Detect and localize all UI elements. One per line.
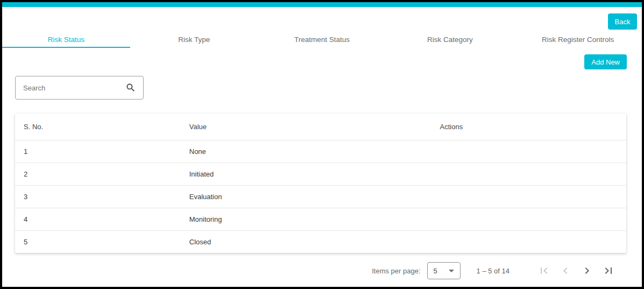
cell-actions [440, 163, 627, 185]
cell-value: None [189, 140, 440, 163]
top-accent-bar [2, 2, 642, 7]
app-window: Back Risk Status Risk Type Treatment Sta… [0, 0, 644, 289]
items-per-page-value: 5 [434, 267, 437, 275]
search-input[interactable] [16, 84, 125, 92]
pagination-range-label: 1 – 5 of 14 [477, 267, 509, 275]
last-page-button[interactable] [598, 262, 619, 279]
cell-actions [440, 185, 627, 208]
tab-bar: Risk Status Risk Type Treatment Status R… [2, 30, 642, 48]
search-icon[interactable] [125, 82, 136, 93]
cell-sno: 5 [15, 230, 189, 253]
tab-risk-register-controls[interactable]: Risk Register Controls [514, 30, 642, 48]
tab-risk-category[interactable]: Risk Category [386, 30, 514, 48]
cell-actions [440, 208, 627, 230]
next-page-button[interactable] [576, 262, 598, 279]
cell-value: Evaluation [189, 185, 440, 208]
data-table: S. No. Value Actions 1 None 2 Initiated [15, 114, 626, 253]
table-row: 2 Initiated [15, 163, 626, 185]
items-per-page-label: Items per page: [372, 267, 420, 275]
table-row: 5 Closed [15, 230, 626, 253]
last-page-icon [602, 264, 615, 277]
tab-treatment-status[interactable]: Treatment Status [258, 30, 386, 48]
column-header-actions: Actions [440, 114, 627, 140]
cell-sno: 1 [15, 140, 189, 163]
column-header-sno: S. No. [15, 114, 189, 140]
table-header-row: S. No. Value Actions [15, 114, 626, 140]
cell-sno: 4 [15, 208, 189, 230]
cell-actions [440, 140, 627, 163]
data-table-card: S. No. Value Actions 1 None 2 Initiated [15, 114, 626, 253]
cell-value: Monitoring [189, 208, 440, 230]
chevron-right-icon [581, 264, 593, 277]
cell-sno: 3 [15, 185, 189, 208]
table-row: 4 Monitoring [15, 208, 626, 230]
cell-value: Initiated [189, 163, 440, 185]
table-row: 3 Evaluation [15, 185, 626, 208]
tab-risk-status[interactable]: Risk Status [2, 30, 130, 48]
tab-risk-type[interactable]: Risk Type [130, 30, 258, 48]
chevron-left-icon [559, 264, 572, 277]
column-header-value: Value [189, 114, 440, 140]
chevron-down-icon [449, 270, 454, 272]
first-page-button[interactable] [533, 262, 555, 279]
back-button[interactable]: Back [608, 13, 637, 30]
paginator: Items per page: 5 1 – 5 of 14 [2, 262, 642, 279]
add-new-button[interactable]: Add New [584, 54, 627, 69]
table-row: 1 None [15, 140, 626, 163]
items-per-page-select[interactable]: 5 [427, 262, 461, 279]
cell-actions [440, 230, 627, 253]
search-box [15, 76, 144, 100]
first-page-icon [537, 264, 550, 277]
cell-sno: 2 [15, 163, 189, 185]
previous-page-button[interactable] [555, 262, 576, 279]
cell-value: Closed [189, 230, 440, 253]
